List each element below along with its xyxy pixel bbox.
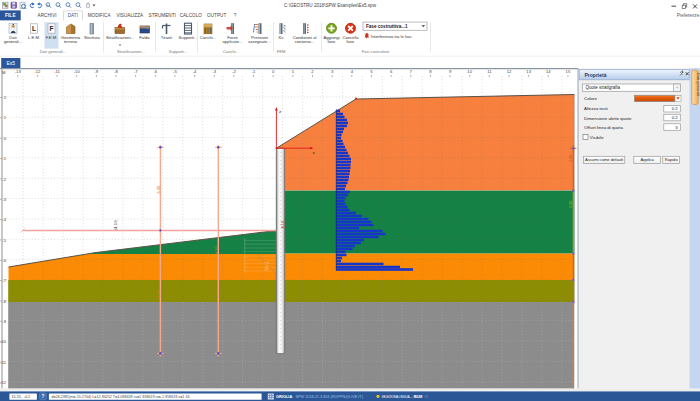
svg-text:L.E.M.: L.E.M.	[28, 35, 40, 40]
svg-text:fase: fase	[347, 39, 356, 44]
svg-text:Ks: Ks	[279, 35, 284, 40]
svg-text:4.50: 4.50	[215, 247, 219, 254]
svg-text:Dati generali: Dati generali	[696, 73, 700, 96]
svg-text:Applica: Applica	[640, 157, 654, 162]
svg-text:ARCHIVI: ARCHIVI	[38, 13, 57, 18]
svg-text:-3: -3	[212, 69, 216, 74]
svg-text:3.00: 3.00	[569, 201, 573, 208]
svg-text:Struttura: Struttura	[84, 35, 101, 40]
svg-text:Stratificazioni...: Stratificazioni...	[106, 35, 134, 40]
svg-text:4.10: 4.10	[281, 221, 285, 228]
svg-text:-6: -6	[153, 69, 157, 74]
svg-text:-5: -5	[173, 69, 177, 74]
svg-text:?: ?	[41, 394, 44, 399]
svg-text:-4: -4	[193, 69, 197, 74]
svg-text:Altezza testi: Altezza testi	[584, 106, 608, 111]
svg-text:F.E.M.: F.E.M.	[46, 35, 58, 40]
svg-text:contorno...: contorno...	[295, 39, 315, 44]
svg-text:assegnate...: assegnate...	[248, 39, 271, 44]
svg-text:Proprietà: Proprietà	[585, 72, 607, 78]
svg-text:VISUALIZZA: VISUALIZZA	[116, 13, 144, 18]
svg-text:terreno: terreno	[64, 39, 78, 44]
svg-text:OUTPUT: OUTPUT	[207, 13, 226, 18]
svg-text:+: +	[47, 3, 49, 7]
svg-text:Rapido: Rapido	[665, 157, 679, 162]
svg-text:SELEZIONA LINGUA...- IT: SELEZIONA LINGUA...- IT	[382, 395, 417, 399]
svg-text:STRUMENTI: STRUMENTI	[149, 13, 176, 18]
svg-text:Visibile: Visibile	[590, 135, 604, 140]
svg-text:L: L	[32, 25, 36, 32]
svg-text:-9: -9	[94, 69, 98, 74]
svg-text:GRIGLIA: GRIGLIA	[276, 394, 292, 399]
svg-text:Colore: Colore	[584, 96, 597, 101]
svg-text:-12: -12	[34, 69, 41, 74]
svg-text:2.00: 2.00	[569, 155, 573, 162]
svg-text:-1: -1	[252, 69, 256, 74]
svg-text:generali...: generali...	[4, 39, 22, 44]
svg-text:Offset linea di quota: Offset linea di quota	[584, 125, 624, 130]
svg-text:applicate...: applicate...	[222, 39, 242, 44]
svg-text:14: 14	[546, 69, 551, 74]
svg-text:-: -	[57, 3, 58, 7]
svg-text:-7: -7	[134, 69, 138, 74]
svg-text:Tiranti: Tiranti	[161, 35, 172, 40]
svg-text:-8: -8	[114, 69, 118, 74]
svg-text:z: z	[279, 109, 281, 114]
svg-text:fase: fase	[328, 39, 337, 44]
svg-text:13: 13	[526, 69, 531, 74]
svg-text:Falda: Falda	[139, 35, 150, 40]
svg-text:-13: -13	[15, 69, 22, 74]
svg-text:Carichi...: Carichi...	[223, 49, 239, 54]
svg-text:-10: -10	[74, 69, 81, 74]
svg-text:Preferenze: Preferenze	[677, 13, 700, 18]
svg-text:C:\GEOSTRU 2018\SPW Examples\E: C:\GEOSTRU 2018\SPW Examples\Es5.spw	[284, 3, 377, 8]
svg-text:SPW 2018.21.3.824 (RUPPN@LIVE.: SPW 2018.21.3.824 (RUPPN@LIVE.IT)	[296, 394, 364, 399]
svg-text:6.00: 6.00	[157, 186, 161, 193]
svg-text:-2: -2	[232, 69, 236, 74]
svg-text:M: M	[2, 70, 6, 75]
svg-text:15: 15	[566, 69, 571, 74]
svg-text:15.15 , -0.1: 15.15 , -0.1	[12, 395, 31, 399]
svg-text:FEM: FEM	[277, 49, 286, 54]
svg-text:Stratificazioni...: Stratificazioni...	[117, 49, 145, 54]
svg-text:Fase costruttiva...1: Fase costruttiva...1	[366, 24, 408, 29]
svg-text:10: 10	[467, 69, 472, 74]
svg-text:Supporti...: Supporti...	[179, 35, 198, 40]
svg-text:CALCOLO: CALCOLO	[180, 13, 203, 18]
svg-text:NUM: NUM	[414, 395, 422, 399]
svg-text:0.2: 0.2	[672, 115, 679, 120]
svg-text:DATI: DATI	[68, 13, 78, 18]
svg-text:Carichi...: Carichi...	[200, 35, 216, 40]
svg-text:0.2: 0.2	[672, 106, 679, 111]
svg-text:Dati generali...: Dati generali...	[40, 49, 66, 54]
svg-text:4.50: 4.50	[157, 291, 161, 298]
svg-text:d=26.2981(m=-15.2704) L=12.942: d=26.2981(m=-15.2704) L=12.94252 T=4.098…	[52, 395, 190, 399]
svg-text:Quote stratigrafia: Quote stratigrafia	[586, 85, 621, 90]
svg-text:?: ?	[234, 13, 237, 18]
svg-text:Supporti...: Supporti...	[169, 49, 188, 54]
svg-text:F: F	[50, 25, 54, 32]
svg-text:Dimensione alette quote: Dimensione alette quote	[584, 116, 632, 121]
svg-text:85: 85	[425, 395, 429, 399]
svg-text:Interferenza tra le fasi: Interferenza tra le fasi	[371, 34, 412, 39]
svg-text:12: 12	[507, 69, 512, 74]
svg-text:11: 11	[487, 69, 492, 74]
svg-text:-11: -11	[54, 69, 60, 74]
svg-text:Fasi costruttive: Fasi costruttive	[362, 49, 390, 54]
svg-text:Es5: Es5	[6, 60, 15, 66]
svg-text:Assumi come default: Assumi come default	[585, 157, 624, 162]
svg-text:MODIFICA: MODIFICA	[88, 13, 112, 18]
svg-text:FILE: FILE	[5, 13, 16, 18]
svg-text:(4.10): (4.10)	[114, 219, 118, 230]
